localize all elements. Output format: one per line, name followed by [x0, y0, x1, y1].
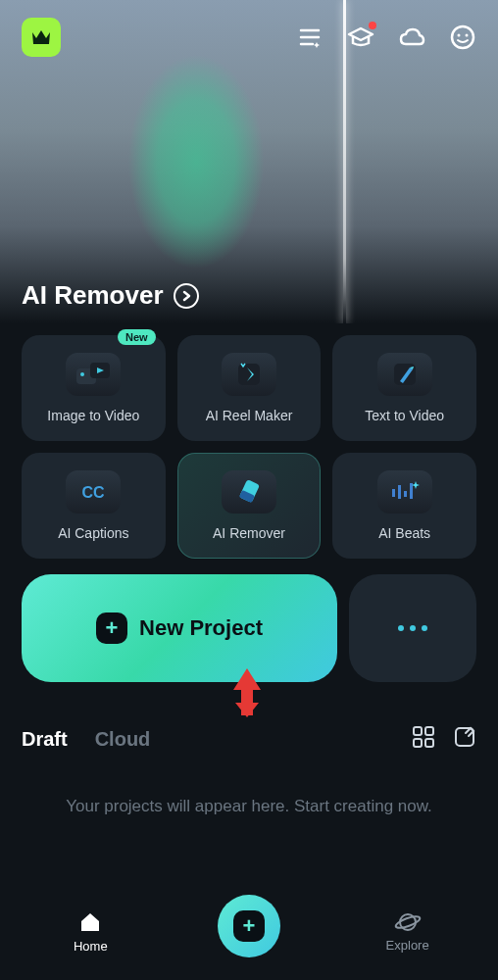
svg-point-4 — [458, 34, 461, 37]
tasks-button[interactable] — [296, 24, 324, 51]
new-badge: New — [118, 329, 156, 345]
tabs-left: Draft Cloud — [22, 728, 150, 751]
tab-draft[interactable]: Draft — [22, 728, 68, 751]
nav-explore-label: Explore — [386, 938, 429, 953]
hero-title-link[interactable]: AI Remover — [22, 280, 199, 311]
captions-icon: CC — [66, 470, 121, 514]
plus-icon: + — [233, 910, 265, 942]
feature-label: AI Reel Maker — [206, 408, 293, 423]
edit-button[interactable] — [453, 725, 476, 753]
grid-view-button[interactable] — [412, 725, 435, 753]
home-icon — [77, 909, 103, 935]
svg-rect-18 — [414, 727, 422, 735]
nav-explore[interactable]: Explore — [354, 910, 462, 953]
feature-text-to-video[interactable]: Text to Video — [332, 335, 476, 441]
dot-icon — [422, 625, 427, 631]
feature-label: AI Captions — [58, 525, 128, 541]
svg-point-3 — [452, 26, 473, 48]
feature-label: Image to Video — [47, 408, 139, 423]
nav-home-label: Home — [74, 939, 108, 954]
edit-icon — [453, 725, 476, 749]
new-project-button[interactable]: + New Project — [22, 574, 337, 682]
top-bar — [0, 0, 498, 74]
grid-icon — [412, 725, 435, 749]
svg-rect-20 — [414, 739, 422, 747]
svg-rect-15 — [398, 485, 401, 499]
premium-badge[interactable] — [22, 18, 61, 57]
beats-icon — [377, 470, 432, 514]
nav-home[interactable]: Home — [36, 909, 144, 954]
svg-rect-9 — [238, 364, 260, 385]
tab-cloud[interactable]: Cloud — [95, 728, 151, 751]
dot-icon — [398, 625, 404, 631]
feature-ai-remover[interactable]: AI Remover — [177, 453, 322, 559]
dot-icon — [410, 625, 416, 631]
instruction-arrow — [227, 668, 267, 721]
tabs-right — [412, 725, 476, 753]
svg-text:CC: CC — [82, 484, 106, 501]
feature-label: AI Beats — [378, 525, 430, 541]
empty-state-message: Your projects will appear here. Start cr… — [39, 794, 459, 819]
profile-button[interactable] — [449, 24, 476, 51]
remover-icon — [222, 470, 276, 514]
reel-maker-icon — [222, 353, 276, 396]
svg-rect-22 — [456, 728, 473, 746]
smiley-icon — [450, 24, 475, 50]
cloud-icon — [398, 26, 425, 48]
feature-ai-reel-maker[interactable]: AI Reel Maker — [177, 335, 322, 441]
plus-icon: + — [96, 612, 127, 644]
svg-point-5 — [466, 34, 469, 37]
bottom-nav: Home + Explore — [0, 882, 498, 980]
new-project-label: New Project — [139, 615, 263, 641]
svg-rect-14 — [392, 489, 395, 497]
nav-create-button[interactable]: + — [218, 895, 280, 957]
svg-rect-21 — [425, 739, 433, 747]
svg-point-24 — [394, 913, 421, 929]
svg-point-7 — [80, 372, 84, 376]
more-button[interactable] — [349, 574, 476, 682]
project-tabs-row: Draft Cloud — [22, 725, 476, 753]
feature-image-to-video[interactable]: New Image to Video — [22, 335, 166, 441]
svg-rect-17 — [410, 483, 413, 499]
list-sparkle-icon — [297, 26, 323, 48]
svg-rect-19 — [425, 727, 433, 735]
hero-title-text: AI Remover — [22, 280, 164, 311]
action-row: + New Project — [22, 574, 476, 682]
cloud-button[interactable] — [398, 24, 425, 51]
crown-icon — [30, 28, 52, 46]
image-to-video-icon — [66, 353, 121, 396]
feature-ai-captions[interactable]: CC AI Captions — [22, 453, 166, 559]
notification-dot — [369, 22, 376, 29]
features-grid: New Image to Video AI Reel Maker — [22, 335, 476, 559]
text-to-video-icon — [377, 353, 432, 396]
feature-label: AI Remover — [213, 525, 285, 541]
chevron-right-icon — [174, 283, 199, 309]
feature-label: Text to Video — [365, 408, 444, 423]
planet-icon — [394, 910, 422, 934]
top-icons-group — [296, 24, 476, 51]
academy-button[interactable] — [347, 24, 374, 51]
svg-rect-16 — [404, 491, 407, 497]
feature-ai-beats[interactable]: AI Beats — [332, 453, 476, 559]
